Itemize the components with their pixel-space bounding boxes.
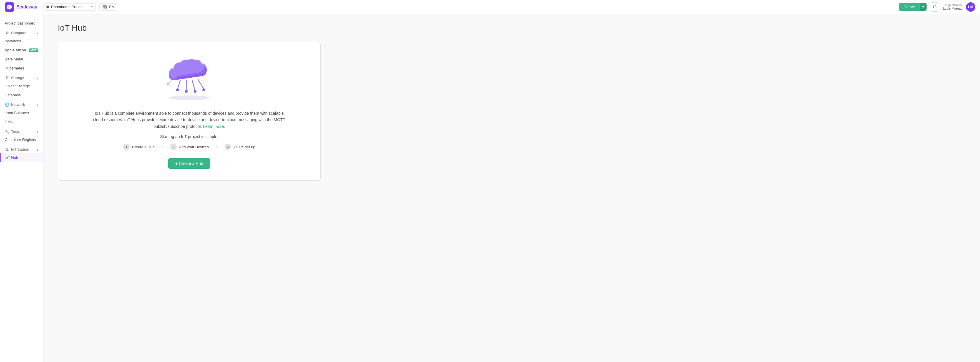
- svg-point-6: [185, 90, 188, 93]
- create-button[interactable]: Create: [899, 3, 920, 11]
- create-dropdown-arrow[interactable]: ▾: [920, 3, 927, 11]
- chevron-down-icon: ▾: [91, 5, 92, 8]
- org-name: Louis Moreau: [943, 7, 963, 10]
- starting-text: Starting an IoT project is simple:: [160, 134, 218, 139]
- learn-more-link[interactable]: Learn more.: [203, 124, 225, 129]
- tools-collapse-icon: ▲: [36, 130, 39, 133]
- layout: Project dashboard ⚙ Compute ▲ Instances …: [0, 14, 980, 362]
- step-3: 3 You're set up: [224, 144, 255, 150]
- sidebar-section-tools[interactable]: 🔧 Tools ▲: [0, 126, 43, 135]
- svg-line-4: [198, 79, 204, 89]
- step-1-label: Create a Hub: [132, 145, 154, 149]
- sidebar: Project dashboard ⚙ Compute ▲ Instances …: [0, 14, 44, 362]
- iot-illustration: [160, 54, 218, 101]
- tools-icon: 🔧: [5, 129, 10, 134]
- load-balancer-label: Load Balancer: [5, 111, 29, 115]
- lang-label: EN: [109, 5, 114, 9]
- sidebar-item-load-balancer[interactable]: Load Balancer: [0, 108, 43, 117]
- sidebar-item-dns[interactable]: DNS: [0, 117, 43, 126]
- header-right: Create ▾ Organization: Louis Moreau LM: [899, 2, 975, 12]
- org-label: Organization:: [943, 3, 963, 7]
- storage-collapse-icon: ▲: [36, 76, 39, 80]
- storage-icon: 🗄: [5, 76, 10, 80]
- create-label: Create: [904, 5, 915, 9]
- bare-metal-label: Bare Metal: [5, 57, 23, 61]
- step-2-number: 2: [170, 144, 177, 150]
- project-name: Photobooth Project: [51, 5, 89, 9]
- sidebar-item-kubernetes[interactable]: Kubernetes: [0, 64, 43, 73]
- project-dot: [46, 6, 49, 8]
- scaleway-logo-icon: [5, 2, 14, 12]
- main-content: IoT Hub: [44, 14, 980, 362]
- step-3-label: You're set up: [233, 145, 255, 149]
- sidebar-section-compute[interactable]: ⚙ Compute ▲: [0, 28, 43, 37]
- step-separator-1: ›: [161, 144, 163, 150]
- network-icon: 🌐: [5, 102, 10, 107]
- sidebar-item-instances[interactable]: Instances: [0, 37, 43, 46]
- storage-label: Storage: [11, 76, 24, 80]
- step-separator-2: ›: [216, 144, 218, 150]
- container-registry-label: Container Registry: [5, 138, 36, 142]
- sidebar-item-bare-metal[interactable]: Bare Metal: [0, 55, 43, 64]
- step-3-number: 3: [224, 144, 231, 150]
- svg-point-5: [176, 89, 179, 91]
- notifications-button[interactable]: [930, 2, 939, 12]
- iot-description: IoT Hub is a complete environment able t…: [90, 110, 288, 130]
- svg-point-7: [194, 90, 197, 93]
- svg-line-1: [178, 80, 180, 89]
- database-label: Database: [5, 93, 21, 97]
- network-collapse-icon: ▲: [36, 103, 39, 106]
- sidebar-item-project-dashboard[interactable]: Project dashboard: [0, 17, 43, 28]
- svg-line-3: [192, 80, 195, 90]
- svg-point-0: [169, 95, 210, 100]
- sidebar-item-object-storage[interactable]: Object Storage: [0, 81, 43, 90]
- avatar[interactable]: LM: [966, 2, 975, 12]
- iot-station-label: IoT Station: [11, 148, 29, 151]
- sidebar-item-iot-hub[interactable]: IoT Hub: [0, 153, 43, 162]
- apple-silicon-label: Apple silicon: [5, 48, 26, 52]
- logo-text: Scaleway: [16, 5, 37, 10]
- page-title: IoT Hub: [58, 23, 966, 33]
- iot-hub-card: IoT Hub is a complete environment able t…: [58, 42, 321, 181]
- sidebar-section-iot-station[interactable]: 📡 IoT Station ▲: [0, 144, 43, 153]
- iot-icon: 📡: [5, 147, 10, 152]
- iot-collapse-icon: ▲: [36, 148, 39, 151]
- svg-point-8: [202, 89, 205, 91]
- logo: Scaleway: [5, 2, 40, 12]
- kubernetes-label: Kubernetes: [5, 66, 24, 70]
- create-button-group: Create ▾: [899, 3, 927, 11]
- language-selector[interactable]: 🇬🇧 EN: [99, 3, 118, 11]
- step-2: 2 Add your Devices: [170, 144, 209, 150]
- svg-point-10: [167, 83, 169, 85]
- project-selector[interactable]: Photobooth Project ▾: [43, 3, 96, 11]
- compute-icon: ⚙: [5, 31, 10, 35]
- compute-label: Compute: [11, 31, 26, 35]
- sidebar-item-database[interactable]: Database: [0, 90, 43, 100]
- step-1: 1 Create a Hub: [123, 144, 154, 150]
- dns-label: DNS: [5, 120, 13, 124]
- steps-container: 1 Create a Hub › 2 Add your Devices › 3 …: [123, 144, 255, 150]
- new-badge: NEW: [29, 48, 38, 52]
- tools-label: Tools: [11, 130, 20, 134]
- step-2-label: Add your Devices: [179, 145, 209, 149]
- sidebar-item-apple-silicon[interactable]: Apple silicon NEW: [0, 46, 43, 55]
- sidebar-section-storage[interactable]: 🗄 Storage ▲: [0, 73, 43, 81]
- step-1-number: 1: [123, 144, 130, 150]
- instances-label: Instances: [5, 39, 21, 43]
- create-hub-button[interactable]: + Create a Hub: [168, 158, 210, 169]
- sidebar-section-network[interactable]: 🌐 Network ▲: [0, 100, 43, 108]
- org-info: Organization: Louis Moreau: [943, 3, 963, 10]
- network-label: Network: [11, 103, 25, 107]
- sidebar-item-container-registry[interactable]: Container Registry: [0, 135, 43, 144]
- object-storage-label: Object Storage: [5, 84, 30, 88]
- flag-icon: 🇬🇧: [102, 5, 107, 9]
- compute-collapse-icon: ▲: [36, 32, 39, 35]
- iot-hub-label: IoT Hub: [5, 155, 18, 160]
- header: Scaleway Photobooth Project ▾ 🇬🇧 EN Crea…: [0, 0, 980, 14]
